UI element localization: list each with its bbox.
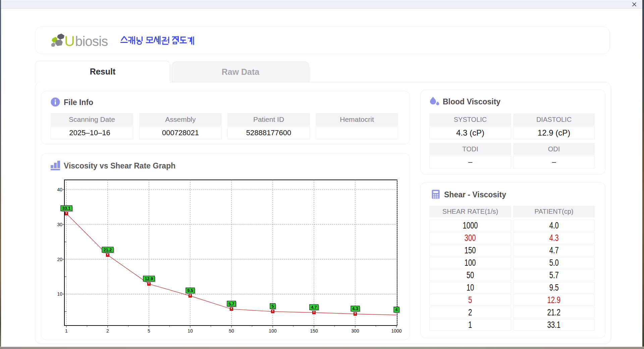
svg-text:1000: 1000 [391, 328, 401, 334]
svg-text:40: 40 [57, 187, 62, 192]
svg-text:5: 5 [148, 328, 150, 334]
svg-text:2: 2 [106, 328, 109, 334]
svg-text:10: 10 [57, 291, 62, 297]
svg-text:150: 150 [310, 328, 318, 334]
svg-text:4: 4 [395, 307, 398, 312]
svg-text:12.9: 12.9 [145, 277, 153, 281]
svg-text:1: 1 [65, 328, 68, 334]
svg-text:30: 30 [57, 222, 62, 227]
svg-text:biosis: biosis [75, 34, 108, 49]
svg-text:50: 50 [229, 328, 234, 334]
svg-text:U: U [64, 33, 75, 49]
svg-text:5.7: 5.7 [228, 302, 234, 306]
svg-text:300: 300 [351, 328, 359, 334]
svg-text:4.7: 4.7 [311, 305, 317, 310]
svg-text:9.5: 9.5 [187, 288, 193, 293]
svg-text:33.1: 33.1 [62, 206, 70, 211]
svg-text:5: 5 [272, 304, 274, 309]
svg-text:100: 100 [269, 328, 277, 334]
svg-text:4.3: 4.3 [352, 306, 358, 311]
svg-text:21.2: 21.2 [104, 248, 112, 252]
svg-text:10: 10 [187, 328, 193, 334]
svg-text:20: 20 [57, 257, 62, 262]
